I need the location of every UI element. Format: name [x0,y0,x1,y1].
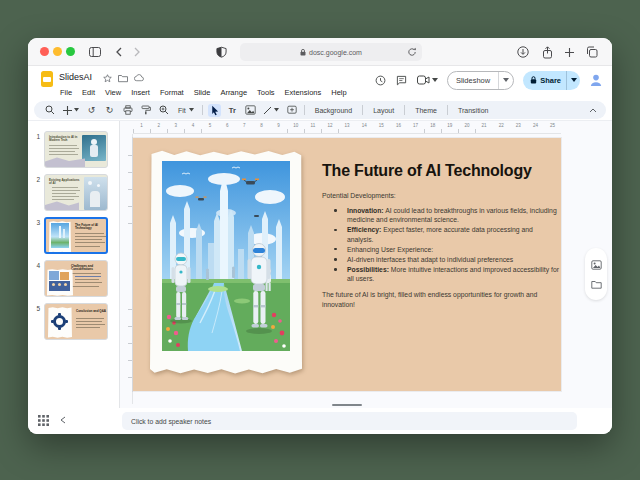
document-title[interactable]: SlidesAI [59,72,92,82]
close-window-button[interactable] [40,47,49,56]
bullet-item[interactable]: Possibilities: More intuitive interactio… [322,265,560,283]
transition-button[interactable]: Transition [453,107,493,114]
star-icon[interactable] [102,73,112,83]
vertical-ruler [120,134,133,404]
zoom-icon[interactable] [157,104,170,117]
menu-bar: File Edit View Insert Format Slide Arran… [56,87,351,98]
slides-logo-icon[interactable] [41,71,53,87]
new-tab-icon[interactable] [562,45,576,59]
slide-bullet-list[interactable]: Innovation: AI could lead to breakthroug… [322,206,560,283]
insert-line-icon[interactable] [262,104,281,117]
move-folder-icon[interactable] [118,73,128,83]
comments-icon[interactable] [396,74,408,86]
slide-editor[interactable]: The Future of AI Technology Potential De… [133,138,561,391]
menu-format[interactable]: Format [156,87,188,98]
ruler-number: 6 [219,121,236,133]
theme-button[interactable]: Theme [410,107,442,114]
ruler-number: 22 [493,121,510,133]
account-avatar[interactable] [589,73,603,87]
reload-icon[interactable] [407,47,417,57]
forward-icon[interactable] [130,45,144,59]
slide-thumbnail-1[interactable]: Introduction to AI in Modern Tech [44,131,108,168]
sidebar-toggle-icon[interactable] [88,45,102,59]
new-slide-button[interactable] [61,104,80,117]
slide-filmstrip: 1 Introduction to AI in Modern Tech 2 Ex… [28,121,120,408]
menu-extensions[interactable]: Extensions [281,87,326,98]
menu-edit[interactable]: Edit [78,87,99,98]
slide-number: 5 [30,305,40,312]
version-history-icon[interactable] [375,74,387,86]
thumbnail-row-4[interactable]: 4 Challenges and Considerations [28,260,120,297]
slide-thumbnail-3-selected[interactable]: The Future of AI Technology [44,217,108,254]
insert-image-icon[interactable] [244,104,257,117]
slide-thumbnail-2[interactable]: Existing Applications of AI [44,174,108,211]
textbox-icon[interactable]: Tr [226,104,239,117]
slide-title[interactable]: The Future of AI Technology [322,162,560,180]
bullet-item[interactable]: Enhancing User Experience: [322,245,560,254]
ruler-number: 16 [390,121,407,133]
layout-button[interactable]: Layout [368,107,399,114]
minimize-window-button[interactable] [53,47,62,56]
ruler-number: 1 [133,121,150,133]
ruler-number: 8 [253,121,270,133]
ruler-number: 2 [150,121,167,133]
slide-thumbnail-5[interactable]: Conclusion and Q&A [44,303,108,340]
print-icon[interactable] [121,104,134,117]
thumbnail-row-3[interactable]: 3 The Future of AI Technology [28,217,120,254]
speaker-notes-input[interactable]: Click to add speaker notes [122,412,577,430]
paint-format-icon[interactable] [139,104,152,117]
menu-view[interactable]: View [101,87,125,98]
slide-text-block[interactable]: The Future of AI Technology Potential De… [322,162,560,309]
downloads-icon[interactable] [516,45,530,59]
slide-number: 4 [30,262,40,269]
share-page-icon[interactable] [540,45,554,59]
menu-slide[interactable]: Slide [190,87,215,98]
folder-panel-icon[interactable] [591,280,602,289]
back-icon[interactable] [112,45,126,59]
divider [404,105,405,115]
thumb2-hand-image [84,177,107,210]
ruler-number: 10 [287,121,304,133]
zoom-window-button[interactable] [66,47,75,56]
address-bar[interactable]: dosc.google.com [240,43,422,61]
tab-overview-icon[interactable] [585,45,599,59]
share-button[interactable]: Share [523,71,580,90]
bullet-item[interactable]: Innovation: AI could lead to breakthroug… [322,206,560,224]
torn-photo-frame[interactable] [150,149,302,375]
slideshow-dropdown[interactable] [498,72,513,89]
slide-thumbnail-4[interactable]: Challenges and Considerations [44,260,108,297]
redo-icon[interactable]: ↻ [103,104,116,117]
menu-tools[interactable]: Tools [253,87,279,98]
menu-arrange[interactable]: Arrange [216,87,251,98]
meet-button[interactable] [417,75,438,85]
search-menus-icon[interactable] [43,104,56,117]
thumbnail-row-5[interactable]: 5 Conclusion and Q&A [28,303,120,340]
menu-help[interactable]: Help [327,87,350,98]
zoom-fit-select[interactable]: Fit [175,107,197,114]
notes-resize-handle[interactable] [332,404,362,406]
divider [202,105,203,115]
privacy-shield-icon[interactable] [214,45,228,59]
thumbnail-row-2[interactable]: 2 Existing Applications of AI [28,174,120,211]
undo-icon[interactable]: ↺ [85,104,98,117]
select-tool-icon[interactable] [208,104,221,117]
slide-intro-label[interactable]: Potential Developments: [322,192,560,199]
thumb1-wave-decoration [45,155,85,167]
thumb3-torn-photo [49,221,71,253]
slideshow-button[interactable]: Slideshow [447,71,514,90]
thumbnail-row-1[interactable]: 1 Introduction to AI in Modern Tech [28,131,120,168]
collapse-toolbar-icon[interactable] [589,108,597,113]
cloud-status-icon[interactable] [134,73,144,83]
share-dropdown[interactable] [566,71,580,90]
insert-comment-icon[interactable] [286,104,299,117]
slide-closing-text[interactable]: The future of AI is bright, filled with … [322,290,560,309]
collapse-filmstrip-icon[interactable] [60,416,66,424]
bullet-item[interactable]: Efficiency: Expect faster, more accurate… [322,225,560,243]
bullet-item[interactable]: AI-driven interfaces that adapt to indiv… [322,255,560,264]
menu-insert[interactable]: Insert [127,87,154,98]
menu-file[interactable]: File [56,87,76,98]
grid-view-icon[interactable] [38,415,49,426]
photos-panel-icon[interactable] [591,260,602,270]
background-button[interactable]: Background [310,107,357,114]
toolbar: ↺ ↻ Fit Tr Background [34,101,606,119]
